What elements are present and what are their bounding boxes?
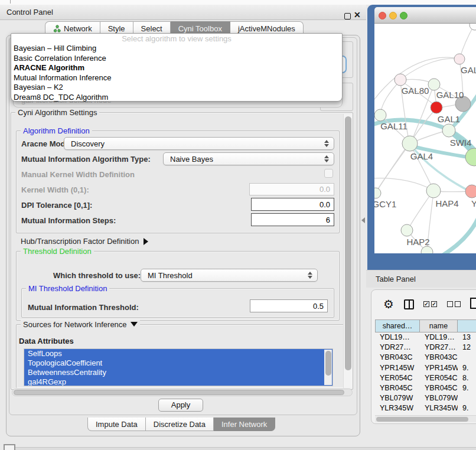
settings-horizontal-scrollbar[interactable] bbox=[12, 389, 353, 396]
aracne-mode-value: Discovery bbox=[71, 139, 105, 148]
aracne-mode-combobox[interactable]: Discovery bbox=[64, 137, 334, 150]
hub-definition-expander[interactable]: Hub/Transcription Factor Definition bbox=[21, 237, 148, 246]
table-row[interactable]: YBL079WYBL079W bbox=[375, 393, 476, 403]
column-header[interactable] bbox=[458, 319, 476, 332]
mi-threshold-label: Mutual Information Threshold: bbox=[28, 303, 139, 312]
table-row[interactable]: YDR27…YDR27…12 bbox=[375, 343, 476, 353]
network-edge bbox=[380, 81, 400, 114]
unchecked-checkbox-icon[interactable] bbox=[455, 301, 461, 307]
unchecked-checkbox-icon[interactable] bbox=[447, 301, 453, 307]
network-node[interactable] bbox=[402, 136, 418, 151]
table-cell: YBR045C bbox=[420, 383, 458, 393]
algorithm-option[interactable]: Dream8 DC_TDC Algorithm bbox=[11, 93, 342, 103]
tab-infer-network[interactable]: Infer Network bbox=[214, 418, 275, 431]
kernel-width-field[interactable]: 0.0 bbox=[249, 183, 334, 195]
gear-icon[interactable]: ⚙ bbox=[383, 297, 394, 311]
settings-hscrollbar-thumb[interactable] bbox=[14, 390, 344, 395]
network-node[interactable] bbox=[374, 109, 386, 121]
table-header-row: shared…name bbox=[375, 319, 476, 332]
mi-type-combobox[interactable]: Naive Bayes bbox=[163, 152, 334, 165]
table-cell: YBL079W bbox=[420, 393, 458, 403]
zoom-traffic-light[interactable] bbox=[400, 12, 407, 19]
network-node[interactable] bbox=[470, 24, 476, 30]
checked-checkbox-icon[interactable]: ✓ bbox=[423, 301, 429, 307]
tab-discretize-data[interactable]: Discretize Data bbox=[146, 418, 214, 431]
mi-threshold-field[interactable]: 0.5 bbox=[250, 299, 328, 312]
minimized-panel-icon[interactable] bbox=[4, 444, 15, 450]
network-node[interactable] bbox=[374, 188, 381, 198]
node-label: GAL4 bbox=[410, 151, 433, 161]
table-row[interactable]: YBR045CYBR045C9. bbox=[375, 383, 476, 393]
table-row[interactable]: YBR043CYBR043C bbox=[375, 353, 476, 363]
network-node[interactable] bbox=[442, 124, 455, 137]
attributes-scrollbar-thumb[interactable] bbox=[325, 351, 331, 376]
control-panel-header: Control Panel ✕ bbox=[0, 5, 366, 20]
close-icon[interactable]: ✕ bbox=[354, 10, 361, 19]
algorithm-option[interactable]: ARACNE Algorithm bbox=[11, 63, 342, 73]
algorithm-option[interactable]: Bayesian – Hill Climbing bbox=[11, 44, 342, 54]
dpi-tolerance-field[interactable]: 0.0 bbox=[251, 198, 334, 211]
attributes-scrollbar[interactable] bbox=[324, 350, 332, 385]
table-toolbar: ⚙ ✓ ✓ bbox=[371, 296, 476, 316]
column-header[interactable]: name bbox=[420, 319, 458, 332]
algorithm-option[interactable]: Bayesian – K2 bbox=[11, 83, 342, 93]
network-node[interactable] bbox=[431, 102, 442, 113]
algorithm-option[interactable]: Basic Correlation Inference bbox=[11, 54, 342, 64]
columns-icon[interactable] bbox=[404, 299, 414, 309]
column-header[interactable]: shared… bbox=[375, 319, 420, 332]
table-row[interactable]: YPR145WYPR145W9. bbox=[375, 363, 476, 373]
attribute-item[interactable]: BetweennessCentrality bbox=[24, 368, 332, 377]
node-label: GAL11 bbox=[380, 121, 407, 131]
table-cell bbox=[458, 353, 476, 363]
mi-steps-label: Mutual Information Steps: bbox=[21, 216, 116, 225]
table-panel-container: ⚙ ✓ ✓ shared…name YDL19…YDL19…13YDR27…YD… bbox=[371, 289, 476, 424]
network-node[interactable] bbox=[428, 79, 440, 90]
table-cell bbox=[458, 393, 476, 403]
table-hscrollbar-thumb[interactable] bbox=[376, 417, 468, 422]
collapse-down-icon bbox=[131, 322, 138, 327]
settings-scrollbar-thumb[interactable] bbox=[345, 116, 351, 370]
document-icon[interactable] bbox=[470, 298, 476, 309]
network-node[interactable] bbox=[395, 74, 406, 86]
attribute-item[interactable]: gal4RGexp bbox=[24, 377, 332, 386]
attribute-item[interactable]: SelfLoops bbox=[24, 349, 332, 358]
network-canvas[interactable]: GALGAL80GAL10GAL1GAL11SWI4GAL4GCY1HAP4YH… bbox=[374, 24, 476, 253]
algorithm-option[interactable]: Mutual Information Inference bbox=[11, 73, 342, 83]
minimize-traffic-light[interactable] bbox=[389, 12, 397, 19]
float-window-icon[interactable] bbox=[344, 13, 351, 19]
mi-steps-field[interactable]: 6 bbox=[251, 213, 334, 226]
network-node[interactable] bbox=[401, 224, 413, 236]
table-row[interactable]: YLR345WYLR345W9. bbox=[375, 403, 476, 413]
tab-impute-data[interactable]: Impute Data bbox=[87, 418, 146, 431]
apply-button[interactable]: Apply bbox=[158, 399, 203, 412]
network-window-titlebar[interactable] bbox=[374, 7, 476, 24]
which-threshold-combobox[interactable]: MI Threshold bbox=[141, 269, 318, 282]
checked-checkbox-icon[interactable]: ✓ bbox=[431, 301, 437, 307]
manual-kernel-checkbox[interactable] bbox=[324, 169, 333, 178]
table-cell: 9. bbox=[458, 403, 476, 413]
table-row[interactable]: YER054CYER054C8. bbox=[375, 373, 476, 383]
node-attribute-table: shared…name YDL19…YDL19…13YDR27…YDR27…12… bbox=[375, 319, 476, 424]
network-node[interactable] bbox=[465, 148, 476, 166]
close-traffic-light[interactable] bbox=[379, 12, 386, 19]
dpi-tolerance-label: DPI Tolerance [0,1]: bbox=[21, 201, 92, 210]
table-horizontal-scrollbar[interactable] bbox=[375, 415, 476, 422]
network-node[interactable] bbox=[465, 185, 476, 198]
network-node[interactable] bbox=[454, 54, 465, 64]
table-row[interactable]: YDL19…YDL19…13 bbox=[375, 332, 476, 343]
panel-splitter-handle[interactable] bbox=[361, 217, 365, 223]
tab-label: Select bbox=[141, 24, 162, 33]
mi-threshold-group-title: MI Threshold Definition bbox=[26, 284, 109, 293]
threshold-definition-group: Threshold Definition Which threshold to … bbox=[16, 251, 340, 321]
node-label: GAL10 bbox=[436, 90, 464, 100]
tab-label: Network bbox=[64, 24, 92, 33]
table-cell: YER054C bbox=[420, 373, 458, 383]
node-label: SWI4 bbox=[450, 138, 472, 148]
tab-label: jActiveMNodules bbox=[238, 24, 295, 33]
network-node[interactable] bbox=[426, 184, 441, 198]
algorithm-prompt: Select algorithm to view settings bbox=[11, 34, 342, 44]
table-cell: YDR27… bbox=[375, 343, 420, 353]
manual-kernel-label: Manual Kernel Width Definition bbox=[21, 170, 135, 179]
settings-vertical-scrollbar[interactable] bbox=[343, 114, 352, 388]
attribute-item[interactable]: TopologicalCoefficient bbox=[24, 358, 332, 368]
